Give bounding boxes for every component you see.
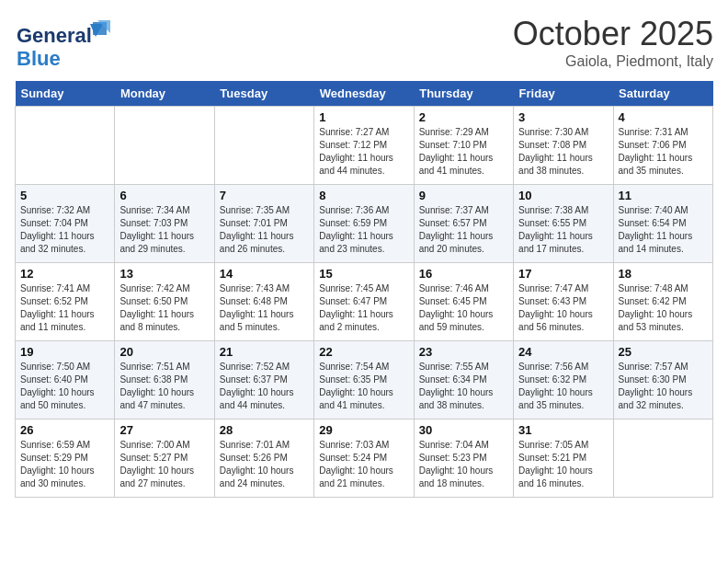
day-number: 8 (319, 189, 408, 202)
calendar-cell (115, 107, 214, 185)
day-info: Sunrise: 7:38 AM Sunset: 6:55 PM Dayligh… (518, 204, 608, 256)
week-row-1: 1Sunrise: 7:27 AM Sunset: 7:12 PM Daylig… (16, 107, 713, 185)
col-header-monday: Monday (115, 81, 214, 107)
day-number: 7 (220, 189, 309, 202)
logo-general: General (15, 22, 111, 45)
day-info: Sunrise: 7:51 AM Sunset: 6:38 PM Dayligh… (119, 361, 209, 412)
day-info: Sunrise: 6:59 AM Sunset: 5:29 PM Dayligh… (20, 439, 109, 490)
calendar-cell: 17Sunrise: 7:47 AM Sunset: 6:43 PM Dayli… (514, 263, 613, 341)
calendar-cell: 23Sunrise: 7:55 AM Sunset: 6:34 PM Dayli… (414, 341, 513, 419)
day-info: Sunrise: 7:56 AM Sunset: 6:32 PM Dayligh… (518, 361, 608, 412)
day-info: Sunrise: 7:01 AM Sunset: 5:26 PM Dayligh… (220, 439, 309, 490)
day-number: 27 (119, 423, 209, 437)
col-header-sunday: Sunday (16, 81, 115, 107)
day-number: 15 (319, 267, 408, 281)
calendar-cell: 14Sunrise: 7:43 AM Sunset: 6:48 PM Dayli… (214, 263, 313, 341)
calendar-cell: 10Sunrise: 7:38 AM Sunset: 6:55 PM Dayli… (514, 185, 613, 263)
calendar-cell: 18Sunrise: 7:48 AM Sunset: 6:42 PM Dayli… (613, 263, 712, 341)
day-number: 21 (220, 345, 309, 359)
day-info: Sunrise: 7:00 AM Sunset: 5:27 PM Dayligh… (119, 439, 209, 490)
calendar-cell: 26Sunrise: 6:59 AM Sunset: 5:29 PM Dayli… (16, 419, 115, 498)
week-row-4: 19Sunrise: 7:50 AM Sunset: 6:40 PM Dayli… (16, 341, 713, 419)
calendar-cell: 30Sunrise: 7:04 AM Sunset: 5:23 PM Dayli… (414, 419, 513, 498)
calendar-cell: 22Sunrise: 7:54 AM Sunset: 6:35 PM Dayli… (314, 341, 414, 419)
calendar-cell: 27Sunrise: 7:00 AM Sunset: 5:27 PM Dayli… (115, 419, 214, 498)
calendar-cell: 16Sunrise: 7:46 AM Sunset: 6:45 PM Dayli… (414, 263, 513, 341)
day-number: 29 (319, 423, 408, 437)
day-info: Sunrise: 7:43 AM Sunset: 6:48 PM Dayligh… (220, 282, 309, 334)
calendar-cell: 4Sunrise: 7:31 AM Sunset: 7:06 PM Daylig… (613, 107, 712, 185)
day-info: Sunrise: 7:46 AM Sunset: 6:45 PM Dayligh… (419, 282, 508, 334)
day-info: Sunrise: 7:41 AM Sunset: 6:52 PM Dayligh… (20, 282, 109, 334)
calendar-cell: 11Sunrise: 7:40 AM Sunset: 6:54 PM Dayli… (613, 185, 712, 263)
calendar-cell: 9Sunrise: 7:37 AM Sunset: 6:57 PM Daylig… (414, 185, 513, 263)
day-number: 16 (419, 267, 508, 281)
calendar-cell: 28Sunrise: 7:01 AM Sunset: 5:26 PM Dayli… (214, 419, 313, 498)
day-number: 24 (518, 345, 608, 359)
col-header-wednesday: Wednesday (314, 81, 414, 107)
day-number: 22 (319, 345, 408, 359)
svg-text:General: General (17, 24, 92, 47)
day-number: 17 (518, 267, 608, 281)
calendar-cell: 24Sunrise: 7:56 AM Sunset: 6:32 PM Dayli… (514, 341, 613, 419)
header-row: SundayMondayTuesdayWednesdayThursdayFrid… (16, 81, 713, 107)
day-number: 31 (518, 423, 608, 437)
calendar-cell: 21Sunrise: 7:52 AM Sunset: 6:37 PM Dayli… (214, 341, 313, 419)
day-number: 4 (619, 110, 708, 124)
logo: General Blue (15, 15, 111, 69)
calendar-cell: 6Sunrise: 7:34 AM Sunset: 7:03 PM Daylig… (115, 185, 214, 263)
col-header-saturday: Saturday (613, 81, 712, 107)
col-header-thursday: Thursday (414, 81, 513, 107)
day-info: Sunrise: 7:34 AM Sunset: 7:03 PM Dayligh… (119, 204, 209, 256)
calendar-cell (613, 419, 712, 498)
calendar-cell: 31Sunrise: 7:05 AM Sunset: 5:21 PM Dayli… (514, 419, 613, 498)
week-row-2: 5Sunrise: 7:32 AM Sunset: 7:04 PM Daylig… (16, 185, 713, 263)
calendar-cell: 29Sunrise: 7:03 AM Sunset: 5:24 PM Dayli… (314, 419, 414, 498)
calendar-cell: 20Sunrise: 7:51 AM Sunset: 6:38 PM Dayli… (115, 341, 214, 419)
calendar-cell (214, 107, 313, 185)
day-number: 5 (20, 189, 109, 202)
day-info: Sunrise: 7:36 AM Sunset: 6:59 PM Dayligh… (319, 204, 408, 256)
day-info: Sunrise: 7:31 AM Sunset: 7:06 PM Dayligh… (619, 126, 708, 178)
page-header: General Blue October 2025 Gaiola, Piedmo… (15, 15, 713, 70)
calendar-cell: 5Sunrise: 7:32 AM Sunset: 7:04 PM Daylig… (16, 185, 115, 263)
day-info: Sunrise: 7:54 AM Sunset: 6:35 PM Dayligh… (319, 361, 408, 412)
day-number: 1 (319, 110, 408, 124)
day-info: Sunrise: 7:04 AM Sunset: 5:23 PM Dayligh… (419, 439, 508, 490)
day-number: 18 (619, 267, 708, 281)
day-info: Sunrise: 7:35 AM Sunset: 7:01 PM Dayligh… (220, 204, 309, 256)
day-info: Sunrise: 7:48 AM Sunset: 6:42 PM Dayligh… (619, 282, 708, 334)
calendar-cell: 1Sunrise: 7:27 AM Sunset: 7:12 PM Daylig… (314, 107, 414, 185)
day-number: 23 (419, 345, 508, 359)
day-info: Sunrise: 7:37 AM Sunset: 6:57 PM Dayligh… (419, 204, 508, 256)
day-info: Sunrise: 7:27 AM Sunset: 7:12 PM Dayligh… (319, 126, 408, 178)
week-row-3: 12Sunrise: 7:41 AM Sunset: 6:52 PM Dayli… (16, 263, 713, 341)
day-number: 12 (20, 267, 109, 281)
day-info: Sunrise: 7:50 AM Sunset: 6:40 PM Dayligh… (20, 361, 109, 412)
calendar-cell: 8Sunrise: 7:36 AM Sunset: 6:59 PM Daylig… (314, 185, 414, 263)
month-title: October 2025 (513, 15, 713, 53)
logo-blue-text: Blue (17, 49, 61, 69)
day-info: Sunrise: 7:52 AM Sunset: 6:37 PM Dayligh… (220, 361, 309, 412)
day-number: 13 (119, 267, 209, 281)
day-info: Sunrise: 7:05 AM Sunset: 5:21 PM Dayligh… (518, 439, 608, 490)
col-header-friday: Friday (514, 81, 613, 107)
day-number: 20 (119, 345, 209, 359)
col-header-tuesday: Tuesday (214, 81, 313, 107)
day-number: 30 (419, 423, 508, 437)
day-number: 9 (419, 189, 508, 202)
day-number: 11 (619, 189, 708, 202)
day-number: 14 (220, 267, 309, 281)
day-info: Sunrise: 7:40 AM Sunset: 6:54 PM Dayligh… (619, 204, 708, 256)
day-number: 6 (119, 189, 209, 202)
day-info: Sunrise: 7:29 AM Sunset: 7:10 PM Dayligh… (419, 126, 508, 178)
day-number: 25 (619, 345, 708, 359)
day-number: 19 (20, 345, 109, 359)
day-number: 10 (518, 189, 608, 202)
day-number: 3 (518, 110, 608, 124)
calendar-cell: 12Sunrise: 7:41 AM Sunset: 6:52 PM Dayli… (16, 263, 115, 341)
day-info: Sunrise: 7:42 AM Sunset: 6:50 PM Dayligh… (119, 282, 209, 334)
week-row-5: 26Sunrise: 6:59 AM Sunset: 5:29 PM Dayli… (16, 419, 713, 498)
calendar-cell: 25Sunrise: 7:57 AM Sunset: 6:30 PM Dayli… (613, 341, 712, 419)
day-info: Sunrise: 7:32 AM Sunset: 7:04 PM Dayligh… (20, 204, 109, 256)
